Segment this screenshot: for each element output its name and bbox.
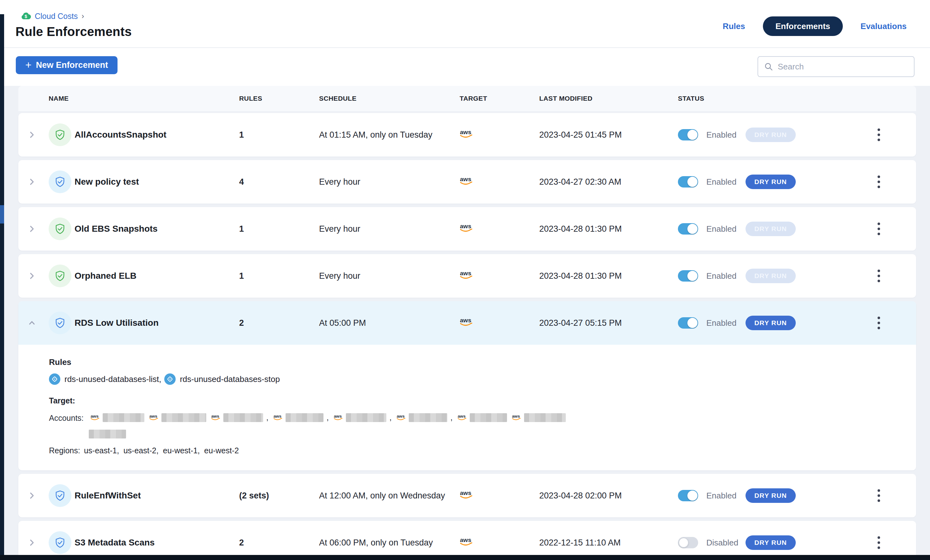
regions-values: us-east-1, us-east-2, eu-west-1, eu-west… [84,446,239,455]
dry-run-badge: DRY RUN [745,127,796,142]
aws-logo-icon: aws [457,489,474,500]
svg-text:aws: aws [396,414,404,419]
svg-text:aws: aws [149,414,157,419]
aws-logo-icon: aws [395,414,407,422]
expand-chevron-icon[interactable] [28,539,36,547]
table-row-main[interactable]: Old EBS Snapshots 1 Every hour aws 2023-… [18,207,916,251]
tab-enforcements-active[interactable]: Enforcements [763,17,843,36]
status-label: Enabled [706,491,745,501]
rules-count: 1 [239,271,319,281]
enforcement-name: AllAccountsSnapshot [75,130,239,140]
rules-count: 1 [239,130,319,140]
status-label: Disabled [706,538,745,548]
row-menu-kebab-icon[interactable] [876,173,916,190]
table-row-main[interactable]: New policy test 4 Every hour aws 2023-04… [18,160,916,204]
new-enforcement-button[interactable]: + New Enforcement [16,56,117,74]
row-menu-kebab-icon[interactable] [876,534,916,551]
expand-chevron-icon[interactable] [28,178,36,186]
row-menu-kebab-icon[interactable] [876,127,916,143]
enabled-toggle[interactable] [678,129,698,141]
rule-icon [49,373,60,385]
redacted-account-id [89,430,126,439]
expand-chevron-icon[interactable] [28,319,36,327]
shield-check-icon [49,311,71,334]
header-divider [4,48,930,48]
expand-chevron-icon[interactable] [28,491,36,500]
table-row-main[interactable]: RuleEnfWithSet (2 sets) At 12:00 AM, onl… [18,474,916,517]
dry-run-badge: DRY RUN [745,488,796,503]
enabled-toggle[interactable] [678,176,698,187]
dry-run-badge: DRY RUN [745,535,796,550]
table-row: New policy test 4 Every hour aws 2023-04… [18,160,916,204]
redacted-account-id [524,413,566,422]
table-row-main[interactable]: S3 Metadata Scans 2 At 06:00 PM, only on… [18,521,916,560]
tab-rules[interactable]: Rules [723,21,745,31]
tab-evaluations[interactable]: Evaluations [861,21,907,31]
redacted-account-chip: aws [456,413,507,422]
aws-logo-icon: aws [451,223,539,235]
enabled-toggle[interactable] [678,490,698,501]
redacted-account-id [162,413,206,422]
redacted-account-chip: aws [272,413,323,422]
aws-logo-icon: aws [332,414,344,422]
aws-logo-icon: aws [457,317,474,328]
schedule-text: Every hour [319,224,451,234]
svg-text:aws: aws [460,270,471,276]
expand-chevron-icon[interactable] [28,272,36,280]
details-regions-row: Regions:us-east-1, us-east-2, eu-west-1,… [49,446,916,455]
toggle-knob [687,491,698,501]
dry-run-badge: DRY RUN [745,222,796,236]
svg-text:aws: aws [211,414,219,419]
redacted-account-id [409,413,447,422]
aws-logo-icon: aws [89,414,101,422]
view-tabs: Rules Enforcements Evaluations [723,17,907,36]
schedule-text: At 12:00 AM, only on Wednesday [319,491,451,501]
expand-chevron-icon[interactable] [28,131,36,139]
enabled-toggle[interactable] [678,317,698,328]
enforcement-name: Old EBS Snapshots [75,224,239,234]
enforcement-name: S3 Metadata Scans [75,538,239,548]
table-header-row: NAME RULES SCHEDULE TARGET LAST MODIFIED… [18,86,916,111]
details-accounts-row: Accounts: aws aws aws , aws , aws , aws … [49,414,916,439]
breadcrumb-cloud-costs-link[interactable]: Cloud Costs [35,12,78,21]
svg-text:aws: aws [460,489,471,496]
search-input[interactable] [778,62,908,72]
column-header-target: TARGET [451,95,539,102]
enabled-toggle[interactable] [678,537,698,548]
table-row-main[interactable]: RDS Low Utilisation 2 At 05:00 PM aws 20… [18,301,916,345]
svg-text:aws: aws [90,414,98,419]
enabled-toggle[interactable] [678,270,698,282]
row-menu-kebab-icon[interactable] [876,315,916,331]
aws-logo-icon: aws [209,414,222,422]
sidebar-scroll-indicator[interactable] [0,205,4,224]
enabled-toggle[interactable] [678,223,698,235]
redacted-account-chip: aws [89,413,144,422]
status-label: Enabled [706,177,745,187]
status-label: Enabled [706,224,745,234]
schedule-text: Every hour [319,177,451,187]
shield-check-icon [49,531,71,554]
status-label: Enabled [706,271,745,281]
aws-logo-icon: aws [451,129,539,141]
table-row-main[interactable]: AllAccountsSnapshot 1 At 01:15 AM, only … [18,113,916,156]
table-row: RuleEnfWithSet (2 sets) At 12:00 AM, onl… [18,474,916,517]
expand-chevron-icon[interactable] [28,225,36,233]
rules-count: 1 [239,224,319,234]
redacted-account-id [286,413,323,422]
expanded-row-details: Rules rds-unused-databases-list, rds-unu… [18,345,916,470]
shield-check-icon [49,218,71,240]
row-menu-kebab-icon[interactable] [876,221,916,237]
row-menu-kebab-icon[interactable] [876,487,916,504]
row-menu-kebab-icon[interactable] [876,268,916,284]
table-row: AllAccountsSnapshot 1 At 01:15 AM, only … [18,113,916,156]
shield-check-icon [49,264,71,287]
aws-logo-icon: aws [457,176,474,187]
toggle-knob [687,271,698,281]
last-modified-text: 2023-04-25 01:45 PM [539,130,678,140]
table-row-main[interactable]: Orphaned ELB 1 Every hour aws 2023-04-28… [18,254,916,298]
rules-count: 4 [239,177,319,187]
breadcrumb: $ Cloud Costs › [21,11,84,21]
rule-chip-label: rds-unused-databases-list, [65,374,161,384]
rules-count: (2 sets) [239,491,319,501]
enforcement-name: RuleEnfWithSet [75,491,239,501]
